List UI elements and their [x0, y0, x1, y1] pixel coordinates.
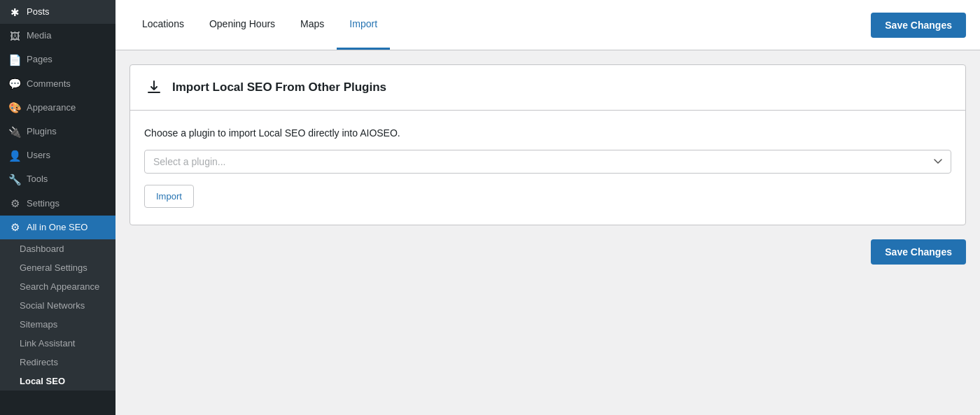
content-area: Import Local SEO From Other Plugins Choo… — [115, 50, 980, 415]
submenu-item-dashboard[interactable]: Dashboard — [0, 239, 115, 258]
sidebar-item-comments[interactable]: 💬 Comments — [0, 72, 115, 96]
sidebar-item-posts[interactable]: ✱ Posts — [0, 0, 115, 24]
import-icon — [144, 78, 164, 97]
aioseo-icon: ⚙ — [8, 221, 21, 234]
comments-icon: 💬 — [8, 78, 21, 90]
import-card: Import Local SEO From Other Plugins Choo… — [130, 64, 966, 225]
appearance-icon: 🎨 — [8, 101, 21, 114]
card-body: Choose a plugin to import Local SEO dire… — [130, 111, 965, 225]
sidebar-item-plugins[interactable]: 🔌 Plugins — [0, 120, 115, 143]
submenu-item-general-settings[interactable]: General Settings — [0, 258, 115, 277]
submenu-item-redirects[interactable]: Redirects — [0, 353, 115, 372]
submenu-item-social-networks[interactable]: Social Networks — [0, 296, 115, 315]
bottom-bar: Save Changes — [130, 239, 966, 265]
sidebar-item-users[interactable]: 👤 Users — [0, 143, 115, 167]
settings-icon: ⚙ — [8, 197, 21, 210]
sidebar-item-all-in-one-seo[interactable]: ⚙ All in One SEO — [0, 216, 115, 239]
main-area: Locations Opening Hours Maps Import Save… — [115, 0, 980, 415]
sidebar: ✱ Posts 🖼 Media 📄 Pages 💬 Comments 🎨 App… — [0, 0, 115, 415]
sidebar-item-media[interactable]: 🖼 Media — [0, 24, 115, 48]
users-icon: 👤 — [8, 149, 21, 162]
sidebar-item-tools[interactable]: 🔧 Tools — [0, 167, 115, 191]
card-title: Import Local SEO From Other Plugins — [172, 80, 386, 94]
tools-icon: 🔧 — [8, 173, 21, 185]
tab-locations[interactable]: Locations — [130, 0, 197, 50]
sidebar-submenu: Dashboard General Settings Search Appear… — [0, 239, 115, 391]
submenu-item-sitemaps[interactable]: Sitemaps — [0, 315, 115, 334]
save-changes-button-bottom[interactable]: Save Changes — [871, 239, 966, 265]
tab-maps[interactable]: Maps — [288, 0, 337, 50]
submenu-item-link-assistant[interactable]: Link Assistant — [0, 334, 115, 353]
plugins-icon: 🔌 — [8, 125, 21, 138]
card-header: Import Local SEO From Other Plugins — [130, 65, 965, 111]
sidebar-item-pages[interactable]: 📄 Pages — [0, 48, 115, 71]
pages-icon: 📄 — [8, 53, 21, 66]
tab-import[interactable]: Import — [337, 0, 390, 50]
posts-icon: ✱ — [8, 6, 21, 18]
sidebar-item-settings[interactable]: ⚙ Settings — [0, 192, 115, 216]
submenu-item-search-appearance[interactable]: Search Appearance — [0, 277, 115, 296]
media-icon: 🖼 — [8, 29, 21, 42]
plugin-select[interactable]: Select a plugin... — [144, 150, 951, 174]
sidebar-item-appearance[interactable]: 🎨 Appearance — [0, 96, 115, 120]
submenu-item-local-seo[interactable]: Local SEO — [0, 372, 115, 391]
tab-opening-hours[interactable]: Opening Hours — [197, 0, 288, 50]
tabs-bar: Locations Opening Hours Maps Import Save… — [115, 0, 980, 50]
card-description: Choose a plugin to import Local SEO dire… — [144, 127, 951, 139]
save-changes-button-top[interactable]: Save Changes — [871, 13, 966, 38]
import-button[interactable]: Import — [144, 185, 194, 208]
